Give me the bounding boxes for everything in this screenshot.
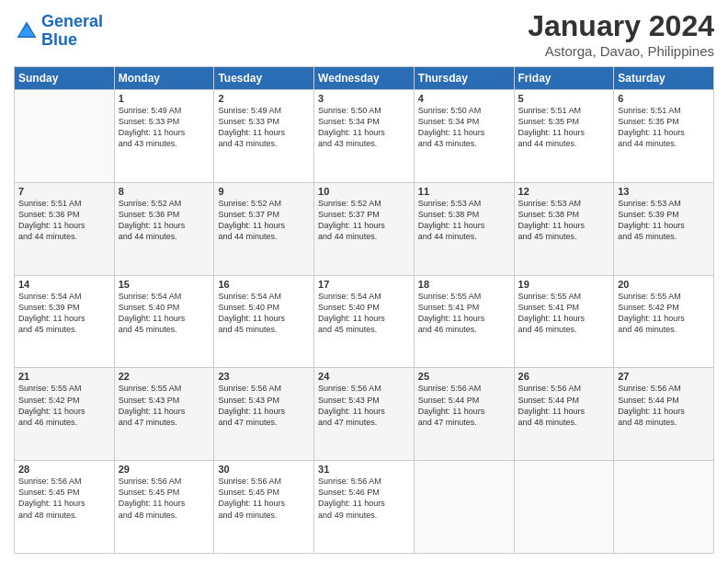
calendar-cell: 11Sunrise: 5:53 AM Sunset: 5:38 PM Dayli… [414,182,514,275]
title-block: January 2024 Astorga, Davao, Philippines [528,9,714,59]
day-number: 15 [119,279,210,290]
calendar-week-5: 28Sunrise: 5:56 AM Sunset: 5:45 PM Dayli… [15,461,714,554]
calendar-cell: 22Sunrise: 5:55 AM Sunset: 5:43 PM Dayli… [114,368,214,461]
day-number: 24 [318,371,410,382]
day-detail: Sunrise: 5:56 AM Sunset: 5:43 PM Dayligh… [318,383,410,428]
calendar-header-thursday: Thursday [414,67,514,90]
calendar-cell: 10Sunrise: 5:52 AM Sunset: 5:37 PM Dayli… [314,182,415,275]
day-number: 19 [518,279,610,290]
day-number: 10 [318,186,410,197]
day-detail: Sunrise: 5:51 AM Sunset: 5:35 PM Dayligh… [618,105,710,150]
day-detail: Sunrise: 5:49 AM Sunset: 5:33 PM Dayligh… [119,105,210,150]
day-detail: Sunrise: 5:51 AM Sunset: 5:36 PM Dayligh… [18,198,110,243]
day-detail: Sunrise: 5:56 AM Sunset: 5:46 PM Dayligh… [318,476,410,521]
day-detail: Sunrise: 5:54 AM Sunset: 5:39 PM Dayligh… [18,291,110,336]
calendar-header-saturday: Saturday [614,67,714,90]
calendar-header-wednesday: Wednesday [314,67,415,90]
day-number: 28 [18,464,110,475]
day-detail: Sunrise: 5:56 AM Sunset: 5:44 PM Dayligh… [518,383,610,428]
day-detail: Sunrise: 5:54 AM Sunset: 5:40 PM Dayligh… [218,291,310,336]
calendar-header-sunday: Sunday [15,67,115,90]
day-number: 22 [119,371,210,382]
day-detail: Sunrise: 5:56 AM Sunset: 5:45 PM Dayligh… [18,476,110,521]
day-number: 20 [618,279,710,290]
day-detail: Sunrise: 5:51 AM Sunset: 5:35 PM Dayligh… [518,105,610,150]
day-number: 2 [218,93,310,104]
day-number: 5 [518,93,610,104]
day-detail: Sunrise: 5:56 AM Sunset: 5:44 PM Dayligh… [618,383,710,428]
day-number: 27 [618,371,710,382]
day-number: 21 [18,371,110,382]
calendar-cell [414,461,514,554]
day-number: 18 [418,279,510,290]
day-number: 14 [18,279,110,290]
day-detail: Sunrise: 5:55 AM Sunset: 5:42 PM Dayligh… [618,291,710,336]
day-number: 13 [618,186,710,197]
logo-line1: General [41,12,103,30]
calendar-cell: 4Sunrise: 5:50 AM Sunset: 5:34 PM Daylig… [414,90,514,183]
calendar-header-tuesday: Tuesday [214,67,314,90]
calendar-cell: 17Sunrise: 5:54 AM Sunset: 5:40 PM Dayli… [314,275,415,368]
day-detail: Sunrise: 5:54 AM Sunset: 5:40 PM Dayligh… [318,291,410,336]
page: General Blue January 2024 Astorga, Davao… [0,0,728,563]
logo: General Blue [14,13,103,50]
day-number: 25 [418,371,510,382]
calendar-cell: 20Sunrise: 5:55 AM Sunset: 5:42 PM Dayli… [614,275,714,368]
calendar-cell: 24Sunrise: 5:56 AM Sunset: 5:43 PM Dayli… [314,368,415,461]
day-number: 30 [218,464,310,475]
subtitle: Astorga, Davao, Philippines [528,43,714,59]
calendar-cell: 19Sunrise: 5:55 AM Sunset: 5:41 PM Dayli… [514,275,614,368]
logo-line2: Blue [41,30,77,49]
calendar-cell: 6Sunrise: 5:51 AM Sunset: 5:35 PM Daylig… [614,90,714,183]
calendar-cell: 26Sunrise: 5:56 AM Sunset: 5:44 PM Dayli… [514,368,614,461]
day-number: 7 [18,186,110,197]
main-title: January 2024 [528,9,714,43]
day-detail: Sunrise: 5:50 AM Sunset: 5:34 PM Dayligh… [418,105,510,150]
day-detail: Sunrise: 5:56 AM Sunset: 5:44 PM Dayligh… [418,383,510,428]
calendar-week-4: 21Sunrise: 5:55 AM Sunset: 5:42 PM Dayli… [15,368,714,461]
day-number: 4 [418,93,510,104]
day-detail: Sunrise: 5:56 AM Sunset: 5:43 PM Dayligh… [218,383,310,428]
day-number: 26 [518,371,610,382]
calendar-table: SundayMondayTuesdayWednesdayThursdayFrid… [14,66,714,554]
calendar-cell [15,90,115,183]
day-number: 29 [119,464,210,475]
calendar-header-friday: Friday [514,67,614,90]
calendar-week-1: 1Sunrise: 5:49 AM Sunset: 5:33 PM Daylig… [15,90,714,183]
calendar-cell: 28Sunrise: 5:56 AM Sunset: 5:45 PM Dayli… [15,461,115,554]
day-number: 12 [518,186,610,197]
calendar-cell: 8Sunrise: 5:52 AM Sunset: 5:36 PM Daylig… [114,182,214,275]
day-number: 9 [218,186,310,197]
day-number: 6 [618,93,710,104]
day-detail: Sunrise: 5:50 AM Sunset: 5:34 PM Dayligh… [318,105,410,150]
calendar-cell: 2Sunrise: 5:49 AM Sunset: 5:33 PM Daylig… [214,90,314,183]
day-number: 17 [318,279,410,290]
day-detail: Sunrise: 5:52 AM Sunset: 5:36 PM Dayligh… [119,198,210,243]
calendar-cell: 23Sunrise: 5:56 AM Sunset: 5:43 PM Dayli… [214,368,314,461]
calendar-cell: 29Sunrise: 5:56 AM Sunset: 5:45 PM Dayli… [114,461,214,554]
day-detail: Sunrise: 5:53 AM Sunset: 5:38 PM Dayligh… [418,198,510,243]
calendar-cell: 14Sunrise: 5:54 AM Sunset: 5:39 PM Dayli… [15,275,115,368]
calendar-cell: 7Sunrise: 5:51 AM Sunset: 5:36 PM Daylig… [15,182,115,275]
day-detail: Sunrise: 5:52 AM Sunset: 5:37 PM Dayligh… [318,198,410,243]
day-detail: Sunrise: 5:55 AM Sunset: 5:41 PM Dayligh… [418,291,510,336]
day-number: 3 [318,93,410,104]
logo-text: General Blue [41,13,103,50]
calendar-cell: 12Sunrise: 5:53 AM Sunset: 5:38 PM Dayli… [514,182,614,275]
calendar-cell: 30Sunrise: 5:56 AM Sunset: 5:45 PM Dayli… [214,461,314,554]
calendar-cell: 25Sunrise: 5:56 AM Sunset: 5:44 PM Dayli… [414,368,514,461]
day-detail: Sunrise: 5:56 AM Sunset: 5:45 PM Dayligh… [218,476,310,521]
calendar-cell: 3Sunrise: 5:50 AM Sunset: 5:34 PM Daylig… [314,90,415,183]
calendar-header-row: SundayMondayTuesdayWednesdayThursdayFrid… [15,67,714,90]
calendar-cell: 15Sunrise: 5:54 AM Sunset: 5:40 PM Dayli… [114,275,214,368]
calendar-cell: 21Sunrise: 5:55 AM Sunset: 5:42 PM Dayli… [15,368,115,461]
calendar-cell: 31Sunrise: 5:56 AM Sunset: 5:46 PM Dayli… [314,461,415,554]
calendar-cell: 5Sunrise: 5:51 AM Sunset: 5:35 PM Daylig… [514,90,614,183]
calendar-header-monday: Monday [114,67,214,90]
day-number: 11 [418,186,510,197]
calendar-cell: 27Sunrise: 5:56 AM Sunset: 5:44 PM Dayli… [614,368,714,461]
calendar-cell [614,461,714,554]
calendar-cell: 16Sunrise: 5:54 AM Sunset: 5:40 PM Dayli… [214,275,314,368]
day-detail: Sunrise: 5:55 AM Sunset: 5:42 PM Dayligh… [18,383,110,428]
day-detail: Sunrise: 5:54 AM Sunset: 5:40 PM Dayligh… [119,291,210,336]
